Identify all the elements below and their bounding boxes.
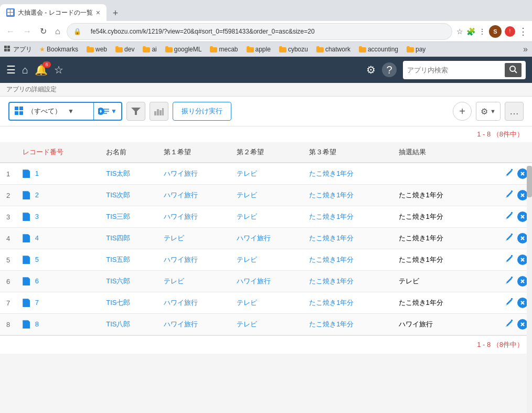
svg-rect-18 [162, 108, 164, 115]
bookmark-cybozu[interactable]: cybozu [276, 45, 311, 54]
name-link[interactable]: TIS七郎 [106, 299, 130, 306]
settings-dropdown-button[interactable]: ⚙ ▼ [476, 102, 501, 121]
notification-button[interactable]: 🔔 6 [35, 63, 48, 76]
close-tab-button[interactable]: × [96, 8, 100, 17]
app-search-input[interactable] [407, 66, 502, 74]
pencil-icon [506, 212, 513, 219]
delete-button[interactable] [517, 276, 528, 287]
user-avatar[interactable]: S [489, 25, 502, 38]
edit-button[interactable] [506, 212, 513, 221]
record-id-link[interactable]: 6 [35, 277, 39, 285]
wish2-cell: テレビ [230, 314, 303, 335]
home-button[interactable]: ⌂ [22, 64, 28, 76]
wish3-cell: たこ焼き1年分 [303, 228, 392, 249]
bookmark-star-icon[interactable]: ☆ [456, 27, 463, 36]
filter-button[interactable] [126, 102, 145, 121]
favorites-button[interactable]: ☆ [54, 63, 63, 76]
more-options-button[interactable]: … [505, 102, 524, 121]
back-button[interactable]: ← [4, 25, 17, 38]
record-id-link[interactable]: 4 [35, 234, 39, 242]
result-cell: たこ焼き1年分 [392, 228, 482, 249]
name-link[interactable]: TIS六郎 [106, 277, 130, 285]
edit-button[interactable] [506, 234, 513, 242]
bookmark-apple[interactable]: apple [243, 45, 274, 54]
profile-icon[interactable]: ⋮ [478, 27, 486, 36]
view-select-right[interactable]: ▼ [94, 107, 121, 116]
delete-button[interactable] [517, 255, 528, 265]
menu-icon[interactable]: ⋮ [518, 26, 528, 37]
name-link[interactable]: TIS太郎 [106, 170, 130, 177]
record-id-link[interactable]: 1 [35, 170, 39, 177]
edit-button[interactable] [506, 277, 513, 285]
delete-button[interactable] [517, 298, 528, 308]
bookmark-star[interactable]: ★ Bookmarks [36, 45, 81, 54]
scrollbar-track[interactable] [527, 166, 532, 413]
forward-button[interactable]: → [21, 25, 34, 38]
sort-dropdown-arrow: ▼ [111, 108, 117, 115]
svg-rect-16 [157, 109, 159, 115]
edit-button[interactable] [506, 190, 513, 199]
extensions-icon[interactable]: 🧩 [466, 27, 475, 36]
new-tab-button[interactable]: + [109, 6, 123, 21]
app-search-button[interactable] [505, 63, 522, 77]
bookmark-googleml[interactable]: googleML [162, 45, 205, 54]
active-tab[interactable]: 大抽選会 - レコードの一覧 × [0, 4, 107, 21]
bookmarks-more-button[interactable]: » [523, 45, 528, 54]
record-id-link[interactable]: 8 [35, 320, 39, 328]
distribute-button[interactable]: 振り分け実行 [173, 102, 231, 121]
wish1-cell: ハワイ旅行 [157, 163, 230, 185]
scrollbar-thumb[interactable] [527, 166, 532, 197]
notification-dot[interactable]: ! [505, 26, 515, 37]
delete-button[interactable] [517, 168, 528, 179]
bookmark-web[interactable]: web [83, 45, 110, 54]
bookmark-mecab[interactable]: mecab [207, 45, 241, 54]
view-select[interactable]: （すべて） ▼ ▼ [8, 102, 122, 121]
edit-button[interactable] [506, 255, 513, 264]
folder-icon [279, 46, 286, 52]
record-id-link[interactable]: 5 [35, 256, 39, 263]
wish3-cell: たこ焼き1年分 [303, 206, 392, 228]
name-link[interactable]: TIS四郎 [106, 234, 130, 242]
name-link[interactable]: TIS次郎 [106, 191, 130, 199]
delete-button[interactable] [517, 190, 528, 200]
bookmark-ai[interactable]: ai [140, 45, 159, 54]
col-header-num [0, 142, 16, 163]
edit-button[interactable] [506, 320, 513, 329]
apps-button[interactable]: アプリ [4, 45, 32, 54]
delete-button[interactable] [517, 233, 528, 243]
delete-button[interactable] [517, 319, 528, 330]
bookmark-accounting[interactable]: accounting [356, 45, 401, 54]
wish2-value: テレビ [237, 320, 257, 328]
row-num: 3 [0, 206, 16, 228]
record-file-icon [23, 277, 30, 285]
help-button[interactable]: ? [382, 62, 397, 77]
edit-button[interactable] [506, 298, 513, 307]
record-id-link[interactable]: 7 [35, 299, 39, 306]
home-button[interactable]: ⌂ [53, 25, 62, 38]
wish2-value: テレビ [237, 299, 257, 306]
hamburger-menu-button[interactable]: ☰ [6, 63, 16, 76]
graph-button[interactable] [150, 102, 168, 121]
toolbar: （すべて） ▼ ▼ [0, 97, 532, 126]
wish3-value: たこ焼き1年分 [309, 213, 354, 220]
address-input[interactable] [84, 26, 445, 37]
edit-button[interactable] [506, 169, 513, 178]
address-bar: ← → ↻ ⌂ 🔒 ☆ 🧩 ⋮ S ! ⋮ [0, 21, 532, 42]
record-id-link[interactable]: 2 [35, 191, 39, 199]
name-link[interactable]: TIS八郎 [106, 320, 130, 328]
bookmark-pay[interactable]: pay [403, 45, 429, 54]
delete-button[interactable] [517, 211, 528, 222]
add-record-button[interactable]: + [453, 102, 472, 121]
record-id-link[interactable]: 3 [35, 213, 39, 220]
name-link[interactable]: TIS五郎 [106, 256, 130, 263]
name-cell: TIS八郎 [100, 314, 157, 335]
row-num: 7 [0, 292, 16, 314]
name-link[interactable]: TIS三郎 [106, 213, 130, 220]
bookmark-chatwork[interactable]: chatwork [313, 45, 354, 54]
view-select-left[interactable]: （すべて） ▼ [9, 107, 93, 116]
folder-icon [407, 46, 414, 52]
reload-button[interactable]: ↻ [38, 24, 49, 38]
svg-rect-4 [4, 46, 7, 48]
settings-icon-button[interactable]: ⚙ [366, 63, 376, 76]
bookmark-dev[interactable]: dev [112, 45, 137, 54]
